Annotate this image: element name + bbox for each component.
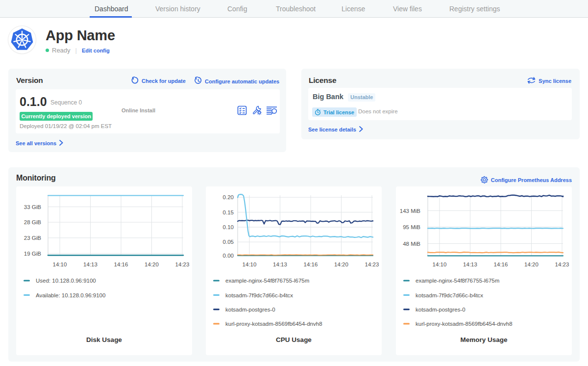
svg-text:Available: 10.128.0.96:9100: Available: 10.128.0.96:9100 — [36, 292, 105, 298]
svg-text:14:13: 14:13 — [463, 261, 477, 267]
svg-text:kurl-proxy-kotsadm-8569fb6454-: kurl-proxy-kotsadm-8569fb6454-dnvh8 — [225, 321, 322, 327]
svg-text:95 MiB: 95 MiB — [403, 224, 420, 230]
svg-text:0.05: 0.05 — [223, 239, 234, 245]
svg-text:CPU Usage: CPU Usage — [276, 336, 312, 343]
svg-text:14:16: 14:16 — [494, 261, 508, 267]
svg-text:0.10: 0.10 — [223, 224, 234, 230]
svg-text:14:23: 14:23 — [555, 261, 569, 267]
svg-text:19 GiB: 19 GiB — [24, 251, 41, 257]
svg-text:0.00: 0.00 — [223, 253, 234, 259]
svg-text:14:16: 14:16 — [304, 261, 318, 267]
svg-text:143 MiB: 143 MiB — [400, 208, 421, 214]
svg-text:14:16: 14:16 — [114, 261, 128, 267]
svg-text:example-nginx-54f8f76755-l675m: example-nginx-54f8f76755-l675m — [225, 278, 309, 284]
svg-text:0.20: 0.20 — [223, 194, 234, 200]
svg-text:33 GiB: 33 GiB — [24, 204, 41, 210]
svg-text:Memory Usage: Memory Usage — [460, 336, 508, 343]
svg-text:example-nginx-54f8f76755-l675m: example-nginx-54f8f76755-l675m — [416, 278, 499, 284]
svg-text:kurl-proxy-kotsadm-8569fb6454-: kurl-proxy-kotsadm-8569fb6454-dnvh8 — [416, 321, 513, 327]
svg-text:14:10: 14:10 — [243, 261, 257, 267]
svg-text:14:10: 14:10 — [433, 261, 447, 267]
svg-text:kotsadm-7f9dc7d66c-b4tcx: kotsadm-7f9dc7d66c-b4tcx — [225, 292, 293, 298]
svg-text:14:10: 14:10 — [53, 261, 67, 267]
svg-text:Disk Usage: Disk Usage — [86, 336, 122, 343]
svg-text:14:23: 14:23 — [175, 261, 190, 267]
svg-text:14:20: 14:20 — [334, 261, 348, 267]
svg-text:23 GiB: 23 GiB — [24, 235, 41, 241]
svg-text:14:13: 14:13 — [273, 261, 287, 267]
svg-text:48 MiB: 48 MiB — [403, 241, 420, 247]
svg-text:14:13: 14:13 — [83, 261, 98, 267]
svg-text:14:23: 14:23 — [365, 261, 379, 267]
svg-text:14:20: 14:20 — [524, 261, 539, 267]
svg-text:0.15: 0.15 — [223, 209, 234, 215]
svg-text:kotsadm-postgres-0: kotsadm-postgres-0 — [225, 307, 275, 313]
svg-text:kotsadm-7f9dc7d66c-b4tcx: kotsadm-7f9dc7d66c-b4tcx — [416, 292, 483, 298]
svg-text:kotsadm-postgres-0: kotsadm-postgres-0 — [416, 307, 466, 313]
svg-text:14:20: 14:20 — [145, 261, 159, 267]
svg-text:28 GiB: 28 GiB — [24, 219, 41, 225]
svg-text:Used: 10.128.0.96:9100: Used: 10.128.0.96:9100 — [36, 278, 96, 284]
